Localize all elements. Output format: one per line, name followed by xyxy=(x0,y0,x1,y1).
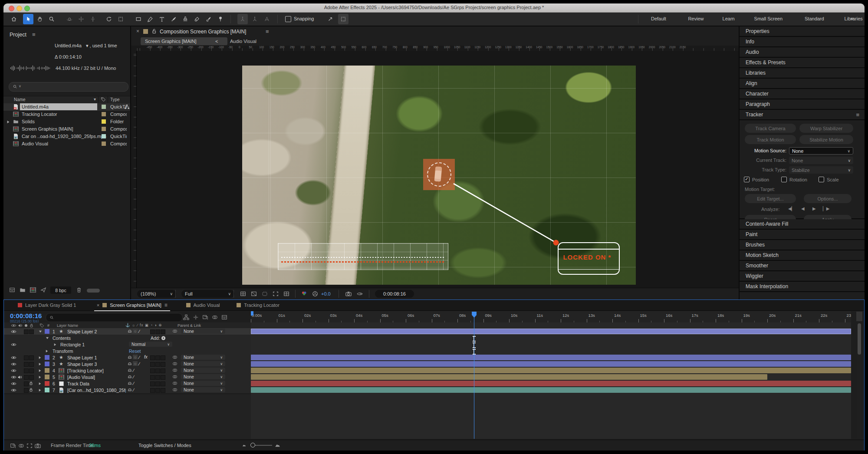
unlock-icon[interactable] xyxy=(151,28,157,34)
parent-link-column-header[interactable]: Parent & Link xyxy=(178,323,201,328)
group-twirl-icon[interactable] xyxy=(46,337,49,339)
tab-menu-icon[interactable]: ≡ xyxy=(164,302,168,308)
breadcrumb-back-button[interactable]: < xyxy=(215,39,218,44)
panel-tab-tracker[interactable]: Tracker≡ xyxy=(740,110,865,119)
motion-source-dropdown[interactable]: None∨ xyxy=(789,147,853,155)
analyze-backward-button[interactable]: ◀ xyxy=(801,206,805,211)
quality-slash-icon[interactable]: ∕ xyxy=(139,361,140,366)
home-tool[interactable] xyxy=(9,14,19,24)
analyze-forward-button[interactable]: ▶ xyxy=(812,206,816,211)
magnification-dropdown[interactable]: (108%)∨ xyxy=(137,290,176,298)
timeline-tab-layer-dark-gray-solid-1[interactable]: Layer Dark Gray Solid 1 xyxy=(15,300,79,310)
solo-box[interactable] xyxy=(24,355,29,360)
share-icon[interactable] xyxy=(40,287,46,293)
quality-slash-icon[interactable]: ∕ xyxy=(133,368,134,373)
layer-lock-icon[interactable] xyxy=(29,387,33,392)
tracker-panel-menu-icon[interactable]: ≡ xyxy=(856,112,859,118)
parent-pickwhip-icon[interactable] xyxy=(172,381,178,386)
layer-color-swatch[interactable] xyxy=(45,381,49,386)
lock-box[interactable] xyxy=(29,375,34,380)
switch-box[interactable] xyxy=(150,375,155,380)
workspace-small-screen[interactable]: Small Screen xyxy=(754,16,783,21)
timeline-tab-audio-visual[interactable]: Audio Visual xyxy=(184,300,223,310)
project-item-row[interactable]: Car on ..oad-hd_1920_1080_25fps.mp4Quick… xyxy=(3,133,130,140)
switch-box[interactable] xyxy=(150,329,155,334)
capture-button[interactable] xyxy=(35,443,41,448)
workspace-overflow-button[interactable]: » xyxy=(851,15,854,22)
timeline-search-input[interactable] xyxy=(46,313,183,322)
switch-box[interactable] xyxy=(150,362,155,367)
sort-caret-icon[interactable]: ▾ xyxy=(94,97,96,102)
quality-slash-icon[interactable]: ∕ xyxy=(133,387,134,392)
marquee-zoom[interactable] xyxy=(338,14,349,24)
selection-tool[interactable] xyxy=(23,14,33,24)
label-color-swatch[interactable] xyxy=(102,134,106,138)
layer-duration-bar[interactable] xyxy=(251,381,851,386)
quality-slash-icon[interactable]: ∕ xyxy=(133,381,134,386)
parent-pickwhip-icon[interactable] xyxy=(172,387,178,392)
layer-eye-icon[interactable] xyxy=(11,388,16,392)
zoom-tool[interactable] xyxy=(46,14,57,24)
panel-tab-effects-presets[interactable]: Effects & Presets xyxy=(740,58,865,67)
switch-box[interactable] xyxy=(161,382,165,386)
shy-layers-button[interactable] xyxy=(202,314,208,320)
brush-tool[interactable] xyxy=(168,14,179,24)
vertical-ruler[interactable] xyxy=(131,51,137,288)
effects-switch-icon[interactable]: fx xyxy=(144,355,148,359)
workspace-review[interactable]: Review xyxy=(688,16,704,21)
show-snapshot-button[interactable] xyxy=(356,291,363,296)
world-axis-mode[interactable] xyxy=(250,14,260,24)
layer-eye-icon[interactable] xyxy=(11,355,16,359)
switch-box[interactable] xyxy=(161,368,165,373)
region-of-interest-button[interactable] xyxy=(272,291,279,297)
transparency-grid-button[interactable] xyxy=(250,291,257,297)
search-options-caret-icon[interactable]: ∨ xyxy=(19,84,21,88)
resolution-dropdown[interactable]: Full∨ xyxy=(181,290,234,298)
lock-box[interactable] xyxy=(29,362,34,367)
parent-link-dropdown[interactable]: None∨ xyxy=(181,368,225,373)
layer-twirl-icon[interactable] xyxy=(39,376,41,378)
stabilize-motion-button[interactable]: Stabilize Motion xyxy=(799,135,853,144)
timeline-row--car-on-hd-1920-1080-25fps-mp4-[interactable]: 7[Car on...hd_1920_1080_25fps.mp4]∕None∨ xyxy=(4,387,251,394)
exposure-value[interactable]: +0.0 xyxy=(321,291,331,296)
shy-switch-icon[interactable] xyxy=(127,361,132,366)
layer-name[interactable]: Shape Layer 1 xyxy=(67,355,97,360)
project-panel-menu-icon[interactable]: ≡ xyxy=(32,31,36,38)
quality-slash-icon[interactable]: ∕ xyxy=(139,355,140,360)
switch-box[interactable] xyxy=(155,362,160,367)
panel-tab-content-aware-fill[interactable]: Content-Aware Fill xyxy=(740,219,865,229)
layer-color-swatch[interactable] xyxy=(45,375,49,379)
solo-box[interactable] xyxy=(24,368,29,373)
panel-tab-paragraph[interactable]: Paragraph xyxy=(740,99,865,109)
rectangle-tool[interactable] xyxy=(133,14,144,24)
label-color-swatch[interactable] xyxy=(102,127,106,131)
panel-tab-motion-sketch[interactable]: Motion Sketch xyxy=(740,250,865,260)
panel-tab-smoother[interactable]: Smoother xyxy=(740,261,865,270)
parent-link-dropdown[interactable]: None∨ xyxy=(181,329,225,334)
panel-tab-paint[interactable]: Paint xyxy=(740,230,865,239)
panel-tab-wiggler[interactable]: Wiggler xyxy=(740,271,865,281)
draft-3d-button[interactable] xyxy=(192,314,199,320)
viewer-timecode[interactable]: 0:00:08:16 xyxy=(375,290,414,298)
layer-name[interactable]: Track Data xyxy=(67,381,89,386)
label-color-swatch[interactable] xyxy=(102,105,106,109)
parent-link-dropdown[interactable]: None∨ xyxy=(181,355,225,360)
switch-box[interactable] xyxy=(161,362,165,367)
quality-switch-icon[interactable]: ☼ xyxy=(133,355,138,359)
timeline-tab-tracking-locator[interactable]: Tracking Locator xyxy=(234,300,282,310)
parent-pickwhip-icon[interactable] xyxy=(172,361,178,366)
quality-switch-icon[interactable]: ☼ xyxy=(133,361,138,366)
parent-pickwhip-icon[interactable] xyxy=(172,329,178,334)
layer-color-swatch[interactable] xyxy=(45,355,49,360)
layer-name[interactable]: Shape Layer 2 xyxy=(67,329,97,334)
switch-box[interactable] xyxy=(150,382,155,386)
project-search-input[interactable]: ∨ xyxy=(9,82,128,92)
solo-box[interactable] xyxy=(24,388,29,393)
layer-name[interactable]: [Tracking Locator] xyxy=(67,368,104,373)
tab-close-icon[interactable]: × xyxy=(97,303,99,308)
timeline-zoom-slider-knob[interactable] xyxy=(250,443,255,447)
parent-link-dropdown[interactable]: None∨ xyxy=(181,381,225,386)
grid-guides-button[interactable] xyxy=(240,291,247,297)
snapping-checkbox[interactable] xyxy=(285,16,291,22)
warp-stabilizer-button[interactable]: Warp Stabilizer xyxy=(799,124,853,133)
